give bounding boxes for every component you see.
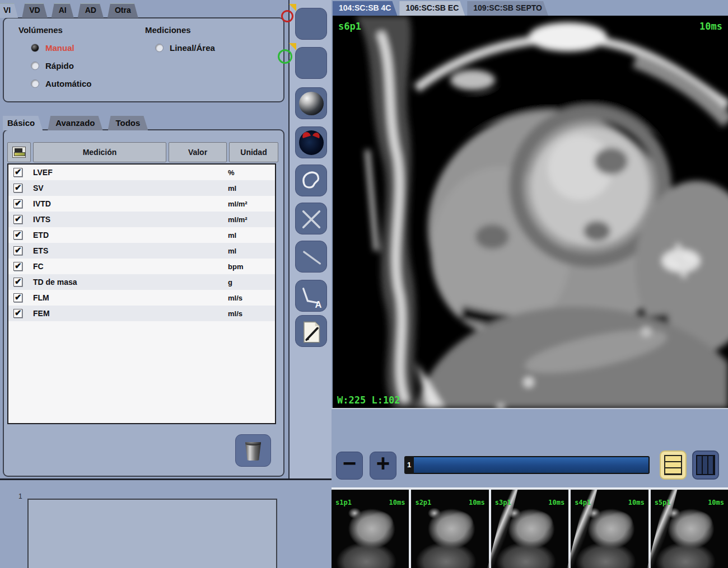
- radio-icon[interactable]: [31, 44, 39, 52]
- slice-label: s6p1: [338, 21, 361, 32]
- series-tab[interactable]: 106:SC:SB EC: [399, 1, 465, 16]
- mediciones-title: Mediciones: [145, 25, 215, 35]
- row-checkbox[interactable]: [13, 184, 22, 193]
- measurement-unit: ml/m²: [228, 215, 248, 224]
- radio-icon[interactable]: [31, 62, 39, 70]
- frame-slider[interactable]: 1: [404, 456, 650, 474]
- measurement-name: TD de masa: [33, 278, 166, 287]
- thumb-slice-label: s3p1: [495, 499, 511, 506]
- chamber-tab[interactable]: Otra: [108, 3, 138, 18]
- viewer-panel: 104:SC:SB 4C106:SC:SB EC109:SC:SB SEPTO: [332, 0, 728, 568]
- freehand-contour-button[interactable]: [295, 165, 327, 196]
- epi-contour-button[interactable]: [295, 47, 327, 79]
- thumb-slice-label: s5p1: [655, 499, 671, 506]
- thumb-time-label: 10ms: [708, 499, 724, 506]
- measurement-name: FC: [33, 262, 166, 271]
- measure-tab[interactable]: Básico: [3, 116, 43, 130]
- table-row[interactable]: FLM ml/s: [8, 290, 275, 306]
- table-row[interactable]: FEM ml/s: [8, 306, 275, 321]
- layout-rows-icon: [664, 455, 682, 475]
- measurement-unit: g: [228, 278, 232, 287]
- measurement-name: ETS: [33, 246, 166, 255]
- chamber-tab[interactable]: AI: [52, 3, 74, 18]
- delete-contour-button[interactable]: [295, 203, 327, 234]
- volumes-title: Volúmenes: [18, 25, 92, 35]
- thumb-time-label: 10ms: [389, 499, 405, 506]
- row-checkbox[interactable]: [13, 246, 22, 255]
- thumb-time-label: 10ms: [469, 499, 485, 506]
- chamber-tab[interactable]: VI: [0, 3, 18, 18]
- thumb-time-label: 10ms: [548, 499, 564, 506]
- table-row[interactable]: TD de masa g: [8, 274, 275, 290]
- series-tab[interactable]: 104:SC:SB 4C: [333, 1, 397, 16]
- table-row[interactable]: ETS ml: [8, 243, 275, 259]
- slider-track[interactable]: [414, 456, 650, 474]
- delete-cross-icon: [299, 207, 324, 232]
- zoom-in-button[interactable]: +: [370, 452, 396, 480]
- zoom-out-button[interactable]: −: [336, 452, 363, 480]
- mri-viewport[interactable]: s6p1 10ms W:225 L:102: [333, 16, 728, 408]
- series-tab[interactable]: 109:SC:SB SEPTO: [467, 1, 548, 16]
- propagate-button[interactable]: [295, 87, 327, 119]
- frame-number: 1: [404, 456, 414, 474]
- print-button[interactable]: [7, 142, 31, 162]
- measurement-unit: ml: [228, 247, 236, 255]
- results-box[interactable]: [27, 499, 277, 568]
- angle-measure-button[interactable]: A: [295, 280, 327, 312]
- window-level-label: W:225 L:102: [337, 395, 400, 406]
- thumb-slice-label: s2p1: [415, 499, 431, 506]
- angle-measure-icon: A: [299, 284, 324, 309]
- thumb-slice-label: s1p1: [335, 499, 352, 506]
- measurement-name: ETD: [33, 231, 166, 240]
- row-checkbox[interactable]: [13, 168, 22, 177]
- table-row[interactable]: SV ml: [8, 180, 275, 196]
- measurement-unit: ml/m²: [228, 200, 248, 208]
- delete-button[interactable]: [235, 434, 271, 467]
- column-header-valor[interactable]: Valor: [169, 142, 227, 162]
- column-header-medicion[interactable]: Medición: [33, 142, 166, 162]
- slice-thumbnail[interactable]: s1p1 10ms: [332, 490, 409, 568]
- distance-measure-button[interactable]: [295, 241, 327, 273]
- annotation-note-icon: [299, 320, 324, 344]
- layout-columns-button[interactable]: [692, 450, 719, 480]
- measure-tab[interactable]: Avanzado: [48, 116, 102, 130]
- measurement-name: LVEF: [33, 168, 166, 177]
- cardiac-phase-button[interactable]: [295, 126, 327, 158]
- table-row[interactable]: FC bpm: [8, 259, 275, 274]
- radio-icon[interactable]: [155, 44, 164, 52]
- volume-mode-radio[interactable]: Automático: [31, 79, 92, 88]
- row-checkbox[interactable]: [13, 231, 22, 240]
- chamber-tab[interactable]: VD: [22, 3, 47, 18]
- table-row[interactable]: ETD ml: [8, 227, 275, 243]
- slice-thumbnail[interactable]: s4p1 10ms: [571, 490, 648, 568]
- row-checkbox[interactable]: [13, 199, 22, 208]
- table-row[interactable]: IVTD ml/m²: [8, 196, 275, 212]
- measurement-unit: ml/s: [228, 294, 242, 302]
- row-checkbox[interactable]: [13, 215, 22, 224]
- measurement-unit: ml: [228, 184, 236, 193]
- table-row[interactable]: LVEF %: [8, 165, 275, 180]
- radio-icon[interactable]: [31, 79, 39, 88]
- measurement-name: SV: [33, 184, 166, 193]
- slice-thumbnail[interactable]: s3p1 10ms: [491, 490, 568, 568]
- row-checkbox[interactable]: [13, 293, 22, 302]
- layout-rows-button[interactable]: [660, 450, 687, 480]
- volume-mode-radio[interactable]: Manual: [31, 43, 92, 53]
- slice-thumbnail[interactable]: s5p1 10ms: [651, 490, 728, 568]
- measurement-name: IVTS: [33, 215, 166, 224]
- row-checkbox[interactable]: [13, 262, 22, 271]
- slice-thumbnail[interactable]: s2p1 10ms: [411, 490, 488, 568]
- volume-mode-radio[interactable]: Rápido: [31, 61, 92, 71]
- tool-strip: A: [288, 0, 332, 478]
- results-box-label: 1: [18, 492, 22, 500]
- column-header-unidad[interactable]: Unidad: [229, 142, 278, 162]
- measure-tab[interactable]: Todos: [108, 116, 148, 130]
- table-row[interactable]: IVTS ml/m²: [8, 212, 275, 227]
- chamber-tab[interactable]: AD: [78, 3, 104, 18]
- endo-contour-button[interactable]: [295, 8, 327, 40]
- row-checkbox[interactable]: [13, 309, 22, 318]
- row-checkbox[interactable]: [13, 278, 22, 287]
- time-label: 10ms: [699, 21, 722, 32]
- annotation-button[interactable]: [295, 315, 327, 347]
- medicion-mode-radio[interactable]: Lineal/Área: [155, 43, 215, 53]
